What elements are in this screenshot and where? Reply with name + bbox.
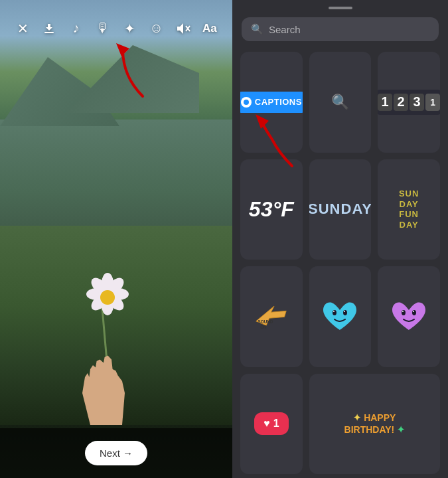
- svg-point-7: [333, 310, 336, 315]
- flower-head: [86, 276, 129, 319]
- sunday-fun-day-text: SUNDAYFUNDAY: [399, 189, 419, 230]
- sunday-sticker[interactable]: SUNDAY: [309, 159, 372, 260]
- captions-icon: [241, 97, 252, 108]
- next-label: Next →: [100, 447, 133, 459]
- arrow-annotation-1: [103, 37, 156, 106]
- sound-on-sticker[interactable]: SOUND ON: [240, 266, 303, 367]
- download-icon[interactable]: [38, 18, 60, 39]
- birthday-sticker[interactable]: ✦ HAPPYBIRTHDAY! ✦: [309, 374, 440, 475]
- sunday-text: SUNDAY: [309, 200, 372, 218]
- captions-icon-inner: [244, 100, 249, 105]
- like-heart-icon: ♥: [263, 418, 270, 430]
- drawer-handle: [329, 7, 352, 9]
- captions-sticker[interactable]: CAPTIONS: [240, 52, 303, 153]
- right-panel: 🔍 Search CAPTIONS 🔍 1 2 3 1: [232, 0, 448, 478]
- temperature-sticker[interactable]: 53°F: [240, 159, 303, 260]
- svg-rect-0: [44, 32, 54, 33]
- num-block-3: 3: [410, 94, 424, 111]
- like-sticker[interactable]: ♥ 1: [240, 374, 303, 475]
- sticker-grid: CAPTIONS 🔍 1 2 3 1 53°F SUNDAY SUNDAY: [232, 48, 448, 478]
- text-icon[interactable]: Aa: [199, 18, 220, 39]
- hand: [80, 345, 133, 425]
- captions-label: CAPTIONS: [255, 97, 302, 107]
- num-block-4: 1: [425, 94, 440, 111]
- svg-point-10: [344, 311, 345, 312]
- sound-off-icon[interactable]: [173, 18, 194, 39]
- music-icon[interactable]: ♪: [66, 18, 87, 39]
- purple-heart-icon: [389, 298, 429, 335]
- svg-point-9: [333, 311, 335, 312]
- close-icon[interactable]: ✕: [12, 18, 33, 39]
- birthday-text: ✦ HAPPYBIRTHDAY! ✦: [344, 412, 406, 436]
- flower-center: [100, 290, 115, 305]
- svg-point-8: [343, 310, 347, 315]
- svg-point-11: [402, 310, 406, 315]
- sunday-fun-day-sticker[interactable]: SUNDAYFUNDAY: [378, 159, 440, 260]
- svg-marker-3: [116, 43, 129, 56]
- search-bar[interactable]: 🔍 Search: [242, 17, 439, 41]
- search-icon: 🔍: [251, 23, 263, 35]
- left-panel: ✕ ♪ 🎙 ✦ ☺ Aa Next →: [0, 0, 232, 478]
- temperature-text: 53°F: [249, 197, 294, 222]
- like-count: 1: [273, 418, 279, 430]
- search-sticker-icon: 🔍: [331, 94, 349, 111]
- bottom-bar: Next →: [0, 428, 232, 478]
- microphone-icon[interactable]: 🎙: [92, 18, 113, 39]
- numbers-sticker[interactable]: 1 2 3 1: [378, 52, 440, 153]
- like-sticker-content: ♥ 1: [254, 412, 288, 435]
- sound-on-icon: SOUND ON: [253, 300, 289, 333]
- face-icon[interactable]: ☺: [145, 18, 167, 39]
- purple-heart-sticker[interactable]: [378, 266, 440, 367]
- svg-text:ON: ON: [260, 324, 267, 329]
- blue-heart-icon: [320, 298, 360, 335]
- number-sticker-content: 1 2 3 1: [378, 90, 440, 115]
- captions-button[interactable]: CAPTIONS: [240, 92, 303, 113]
- svg-point-13: [402, 311, 404, 312]
- svg-point-14: [413, 311, 414, 312]
- num-block-1: 1: [378, 94, 392, 111]
- num-block-2: 2: [394, 94, 408, 111]
- search-sticker-cell[interactable]: 🔍: [309, 52, 372, 153]
- search-input[interactable]: Search: [269, 24, 301, 35]
- flower-container: [40, 199, 186, 425]
- sparkles-icon[interactable]: ✦: [119, 18, 140, 39]
- next-button[interactable]: Next →: [85, 441, 147, 465]
- svg-text:SOUND: SOUND: [258, 319, 273, 323]
- blue-heart-sticker[interactable]: [309, 266, 372, 367]
- svg-point-12: [412, 310, 416, 315]
